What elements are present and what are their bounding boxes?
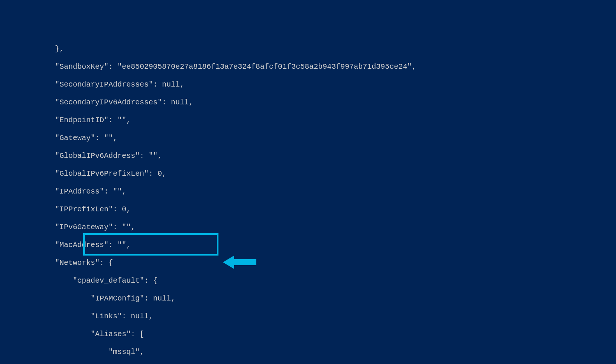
json-line: "SecondaryIPAddresses": null, — [1, 80, 615, 89]
json-line: "GlobalIPv6PrefixLen": 0, — [1, 169, 615, 178]
json-line: "EndpointID": "", — [1, 116, 615, 125]
json-line: "SandboxKey": "ee8502905870e27a8186f13a7… — [1, 62, 615, 71]
json-line: "IPAddress": "", — [1, 187, 615, 196]
json-line: "Networks": { — [1, 259, 615, 267]
json-line: }, — [1, 45, 615, 53]
json-line: "Links": null, — [1, 312, 615, 321]
json-line: "IPv6Gateway": "", — [1, 223, 615, 232]
json-line: "Aliases": [ — [1, 330, 615, 339]
json-line: "GlobalIPv6Address": "", — [1, 152, 615, 160]
json-line: "cpadev_default": { — [1, 276, 615, 285]
json-line: "mssql", — [1, 348, 615, 357]
json-line: "IPPrefixLen": 0, — [1, 205, 615, 214]
json-line: "IPAMConfig": null, — [1, 294, 615, 303]
json-line: "SecondaryIPv6Addresses": null, — [1, 98, 615, 107]
terminal-output: }, "SandboxKey": "ee8502905870e27a8186f1… — [0, 36, 616, 364]
json-line: "MacAddress": "", — [1, 241, 615, 250]
json-line: "Gateway": "", — [1, 134, 615, 143]
